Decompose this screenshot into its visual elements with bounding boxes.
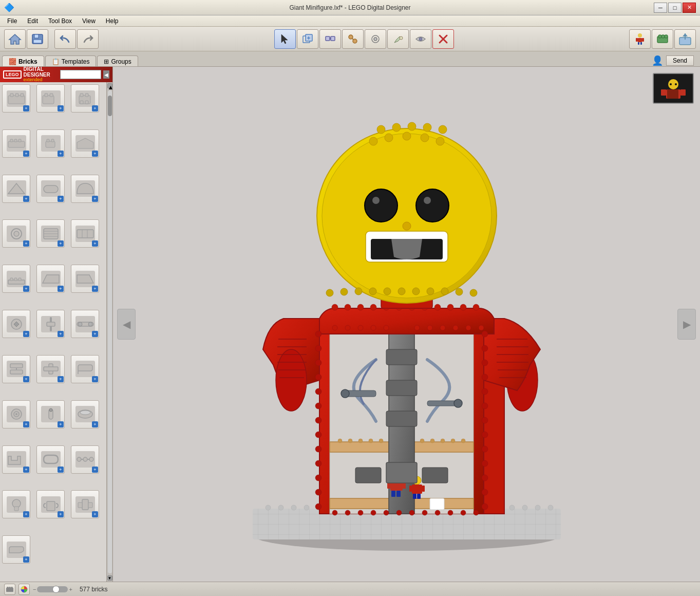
brick-add-20[interactable]: + (58, 376, 64, 382)
brick-item-2[interactable]: + (36, 84, 65, 113)
figure-button[interactable] (629, 29, 651, 49)
brick-item-26[interactable]: + (36, 445, 65, 474)
paint-tool[interactable] (387, 29, 409, 49)
brick-item-24[interactable]: + (71, 400, 99, 429)
collapse-panel-button[interactable]: ◀ (103, 70, 109, 79)
maximize-button[interactable]: □ (668, 3, 682, 13)
send-button[interactable]: Send (666, 55, 694, 66)
brick-item-31[interactable]: + (2, 535, 30, 564)
brick-item-20[interactable]: + (36, 355, 65, 383)
delete-tool[interactable] (432, 29, 454, 49)
brick-add-9[interactable]: + (92, 196, 98, 202)
brick-item-10[interactable]: + (2, 219, 30, 248)
brick-add-19[interactable]: + (23, 376, 29, 382)
brick-item-9[interactable]: + (71, 175, 99, 203)
brick-add-8[interactable]: + (58, 196, 64, 202)
hide-tool[interactable] (410, 29, 431, 49)
brick-item-29[interactable]: + (36, 490, 65, 518)
brick-add-12[interactable]: + (92, 240, 98, 247)
menu-view[interactable]: View (77, 16, 101, 26)
menu-toolbox[interactable]: Tool Box (43, 16, 77, 26)
menu-edit[interactable]: Edit (22, 16, 43, 26)
brick-add-27[interactable]: + (92, 467, 98, 473)
brick-add-14[interactable]: + (58, 286, 64, 292)
brick-item-13[interactable]: + (2, 265, 30, 293)
clone-tool[interactable] (297, 29, 318, 49)
brick-add-1[interactable]: + (23, 105, 29, 111)
nav-arrow-right[interactable]: ▶ (677, 309, 696, 340)
group-tool[interactable] (319, 29, 341, 49)
brick-item-15[interactable]: + (71, 265, 99, 293)
brick-item-19[interactable]: + (2, 355, 30, 383)
brick-add-7[interactable]: + (23, 196, 29, 202)
brick-item-6[interactable]: + (71, 129, 99, 158)
brick-add-18[interactable]: + (92, 331, 98, 337)
brick-add-4[interactable]: + (23, 151, 29, 157)
tab-groups[interactable]: ⊞ Groups (97, 55, 138, 66)
brick-add-26[interactable]: + (58, 467, 64, 473)
brick-add-2[interactable]: + (58, 105, 64, 111)
colors-button[interactable] (18, 584, 30, 595)
tab-templates[interactable]: 📋 Templates (45, 55, 97, 66)
brick-item-17[interactable]: + (36, 310, 65, 338)
minimize-button[interactable]: ─ (654, 3, 667, 13)
zoom-thumb[interactable] (52, 586, 60, 593)
brick-add-17[interactable]: + (58, 331, 64, 337)
connect-tool[interactable] (342, 29, 364, 49)
brick-item-3[interactable]: + (71, 84, 99, 113)
brick-add-31[interactable]: + (23, 556, 29, 563)
nav-arrow-left[interactable]: ◀ (117, 309, 136, 340)
brick-add-3[interactable]: + (92, 105, 98, 111)
brick-item-12[interactable]: + (71, 219, 99, 248)
hinge-tool[interactable] (365, 29, 386, 49)
brick-item-27[interactable]: + (71, 445, 99, 474)
brick-add-15[interactable]: + (92, 286, 98, 292)
brick-item-8[interactable]: + (36, 175, 65, 203)
menu-file[interactable]: File (2, 16, 22, 26)
brick-add-6[interactable]: + (92, 151, 98, 157)
brick-item-23[interactable]: + (36, 400, 65, 429)
brick-item-25[interactable]: + (2, 445, 30, 474)
menu-help[interactable]: Help (101, 16, 124, 26)
home-button[interactable] (4, 29, 26, 49)
scrollbar[interactable]: ▲ ▼ (106, 82, 112, 582)
share-button[interactable] (674, 29, 696, 49)
add-to-palette-button[interactable] (4, 584, 15, 595)
brick-item-14[interactable]: + (36, 265, 65, 293)
save-button[interactable] (27, 29, 48, 49)
brick-add-10[interactable]: + (23, 240, 29, 247)
select-tool[interactable] (274, 29, 296, 49)
search-input[interactable] (60, 70, 101, 79)
brick-add-28[interactable]: + (23, 511, 29, 517)
scroll-down-button[interactable]: ▼ (107, 575, 112, 581)
brick-item-21[interactable]: + (71, 355, 99, 383)
close-button[interactable]: ✕ (683, 3, 696, 13)
brick-item-28[interactable]: + (2, 490, 30, 518)
brick-add-16[interactable]: + (23, 331, 29, 337)
brick-item-16[interactable]: + (2, 310, 30, 338)
scroll-up-button[interactable]: ▲ (107, 83, 112, 88)
brick-add-25[interactable]: + (23, 467, 29, 473)
brick-item-11[interactable]: + (36, 219, 65, 248)
redo-button[interactable] (77, 29, 99, 49)
brick-add-21[interactable]: + (92, 376, 98, 382)
brick-item-7[interactable]: + (2, 175, 30, 203)
brick-item-1[interactable]: + (2, 84, 30, 113)
brick-add-23[interactable]: + (58, 421, 64, 427)
tab-bricks[interactable]: 🧱 Bricks (2, 55, 44, 66)
brick-add-5[interactable]: + (58, 151, 64, 157)
scroll-thumb[interactable] (108, 96, 112, 116)
brick-add-11[interactable]: + (58, 240, 64, 247)
brick-add-29[interactable]: + (58, 511, 64, 517)
brick-add-30[interactable]: + (92, 511, 98, 517)
add-brick-button[interactable] (652, 29, 673, 49)
brick-item-5[interactable]: + (36, 129, 65, 158)
brick-item-18[interactable]: + (71, 310, 99, 338)
brick-item-4[interactable]: + (2, 129, 30, 158)
brick-item-30[interactable]: + (71, 490, 99, 518)
undo-button[interactable] (54, 29, 76, 49)
zoom-slider[interactable] (37, 586, 68, 592)
brick-add-24[interactable]: + (92, 421, 98, 427)
brick-add-13[interactable]: + (23, 286, 29, 292)
brick-add-22[interactable]: + (23, 421, 29, 427)
